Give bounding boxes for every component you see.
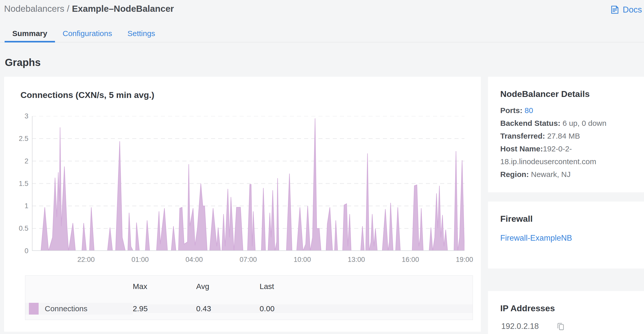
docs-label: Docs (623, 5, 642, 15)
page-title: Example–NodeBalancer (72, 4, 174, 14)
docs-link[interactable]: Docs (609, 5, 642, 15)
legend-max-value: 2.95 (133, 304, 196, 313)
ip-address-value: 192.0.2.18 (501, 322, 539, 331)
chart-plot-svg (32, 116, 464, 251)
x-tick-label: 13:00 (342, 256, 370, 264)
nodebalancer-summary-page: Nodebalancers/Example–NodeBalancer Docs … (0, 0, 644, 334)
legend-avg-value: 0.43 (196, 304, 260, 313)
nodebalancer-details-card: NodeBalancer Details Ports: 80 Backend S… (488, 77, 644, 192)
y-tick-label: 1.5 (4, 179, 28, 188)
copy-ip-button[interactable] (556, 321, 565, 331)
connections-graph-card: Connections (CXN/s, 5 min avg.) 00.511.5… (4, 77, 481, 332)
chart-legend-table: Max Avg Last Connections 2.95 0.43 0.00 (25, 275, 473, 320)
copy-icon (556, 328, 565, 332)
detail-row-backend-status: Backend Status: 6 up, 0 down (500, 117, 633, 130)
legend-last-value: 0.00 (260, 304, 473, 313)
legend-header-avg: Avg (196, 282, 260, 291)
x-tick-label: 22:00 (72, 256, 100, 264)
x-tick-label: 07:00 (234, 256, 262, 264)
detail-row-ports: Ports: 80 (500, 104, 633, 117)
y-tick-label: 0 (4, 247, 28, 255)
y-tick-label: 0.5 (4, 224, 28, 233)
detail-row-region: Region: Newark, NJ (500, 168, 633, 181)
y-tick-label: 2.5 (4, 134, 28, 143)
chart-title: Connections (CXN/s, 5 min avg.) (20, 90, 154, 100)
tab-summary[interactable]: Summary (5, 26, 55, 42)
ip-address-row: 192.0.2.18 (488, 313, 644, 331)
tab-bar: Summary Configurations Settings (0, 26, 644, 42)
firewall-card: Firewall Firewall-ExampleNB (488, 202, 644, 269)
breadcrumb: Nodebalancers/Example–NodeBalancer (4, 4, 174, 14)
details-card-title: NodeBalancer Details (488, 77, 644, 99)
legend-series-label: Connections (45, 304, 87, 313)
docs-icon (609, 5, 620, 15)
legend-header-last: Last (260, 282, 473, 291)
ip-addresses-card: IP Addresses 192.0.2.18 (488, 291, 644, 334)
tab-configurations[interactable]: Configurations (55, 26, 120, 42)
legend-series-cell: Connections (25, 303, 133, 315)
firewall-card-title: Firewall (488, 202, 644, 224)
x-tick-label: 16:00 (396, 256, 425, 264)
tab-settings[interactable]: Settings (120, 26, 163, 42)
x-tick-label: 01:00 (126, 256, 154, 264)
connections-series-swatch (29, 303, 39, 315)
y-tick-label: 3 (4, 112, 28, 120)
x-tick-label: 04:00 (180, 256, 208, 264)
detail-row-transferred: Transferred: 27.84 MB (500, 130, 633, 142)
detail-row-host-name: Host Name:192-0-2-18.ip.linodeuserconten… (500, 142, 633, 168)
connections-area-chart (32, 116, 464, 251)
y-tick-label: 2 (4, 157, 28, 165)
breadcrumb-separator: / (67, 4, 69, 14)
x-tick-label: 19:00 (450, 256, 479, 264)
breadcrumb-nodebalancers-link[interactable]: Nodebalancers (4, 4, 64, 14)
details-rows: Ports: 80 Backend Status: 6 up, 0 down T… (488, 99, 644, 181)
ip-card-title: IP Addresses (488, 291, 644, 313)
port-80-link[interactable]: 80 (523, 106, 533, 115)
x-tick-label: 10:00 (288, 256, 316, 264)
chart-y-axis: 00.511.522.53 (4, 116, 28, 251)
firewall-examplenb-link[interactable]: Firewall-ExampleNB (488, 224, 644, 243)
y-tick-label: 1 (4, 202, 28, 210)
graphs-section-heading: Graphs (5, 57, 41, 68)
legend-header-max: Max (133, 282, 196, 291)
chart-x-axis: 22:0001:0004:0007:0010:0013:0016:0019:00 (32, 256, 464, 266)
